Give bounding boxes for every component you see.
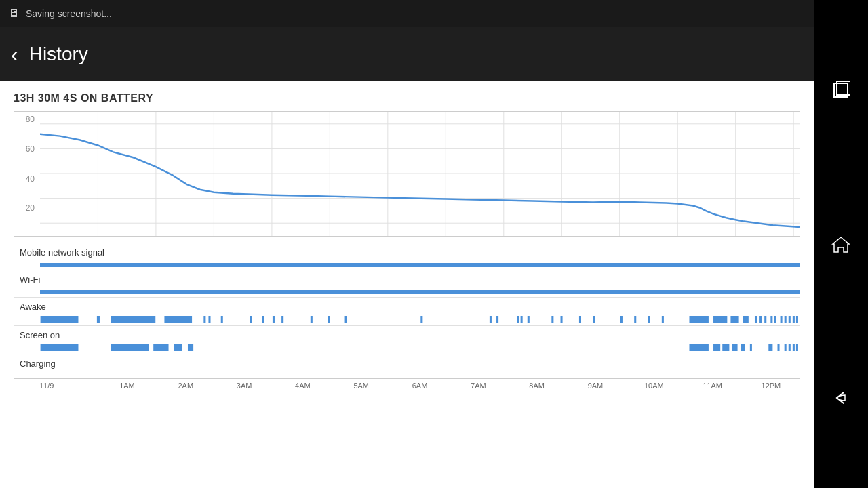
svg-rect-60 [793,316,795,323]
svg-rect-34 [420,316,422,323]
svg-rect-70 [732,344,737,351]
system-back-button[interactable] [827,384,854,411]
svg-rect-27 [250,316,252,323]
svg-rect-30 [281,316,283,323]
stat-bar-screen [14,343,800,351]
svg-rect-26 [221,316,223,323]
stat-bar-awake [14,314,800,323]
svg-rect-56 [774,316,776,323]
svg-rect-66 [188,344,193,351]
svg-rect-19 [40,290,800,294]
svg-rect-38 [521,316,523,323]
stat-row-screen: Screen on [14,326,800,354]
chart-inner [40,112,800,236]
svg-rect-48 [689,316,708,323]
svg-rect-43 [593,316,595,323]
y-label-60: 60 [14,144,37,154]
svg-rect-76 [789,344,791,351]
svg-rect-77 [793,344,795,351]
svg-rect-21 [97,316,100,323]
stat-row-charging: Charging [14,354,800,375]
y-label-20: 20 [14,203,37,213]
toolbar: ‹ History [0,27,814,81]
time-label-6: 5AM [332,382,391,390]
time-label-5: 4AM [273,382,332,390]
page-title: History [29,43,88,65]
right-sidebar [814,0,868,488]
svg-rect-67 [689,344,708,351]
svg-rect-73 [768,344,772,351]
stat-row-awake: Awake [14,298,800,326]
svg-rect-62 [41,344,79,351]
time-label-3: 2AM [157,382,215,390]
svg-rect-69 [722,344,729,351]
svg-rect-37 [517,316,519,323]
svg-rect-20 [41,316,79,323]
time-label-12: 11AM [683,382,741,390]
svg-rect-18 [40,263,800,267]
stat-label-mobile: Mobile network signal [14,243,800,260]
svg-rect-68 [713,344,720,351]
stat-row-mobile: Mobile network signal [14,243,800,270]
svg-rect-63 [111,344,149,351]
back-button[interactable]: ‹ [11,43,18,65]
svg-rect-64 [153,344,168,351]
time-label-2: 1AM [98,382,156,390]
svg-rect-47 [662,316,664,323]
stat-label-awake: Awake [14,298,800,314]
svg-rect-41 [561,316,563,323]
time-label-10: 9AM [566,382,625,390]
svg-rect-45 [634,316,636,323]
status-bar: 🖥 Saving screenshot... [0,0,814,27]
svg-rect-71 [741,344,745,351]
recents-button[interactable] [827,77,854,104]
svg-rect-53 [760,316,762,323]
svg-rect-49 [713,316,727,323]
time-label-1: 11/9 [39,382,98,390]
time-label-11: 10AM [625,382,683,390]
stats-area: Mobile network signal Wi-Fi Awake [14,243,800,379]
svg-rect-52 [755,316,757,323]
battery-chart: 80 60 40 20 [14,111,800,237]
svg-rect-39 [528,316,530,323]
svg-rect-42 [579,316,581,323]
y-label-40: 40 [14,174,37,184]
svg-rect-50 [730,316,738,323]
svg-rect-40 [551,316,553,323]
svg-rect-54 [764,316,766,323]
svg-rect-46 [648,316,650,323]
stat-bar-wifi [14,287,800,294]
status-bar-text: Saving screenshot... [26,8,112,19]
y-axis: 80 60 40 20 [14,112,40,236]
svg-rect-28 [262,316,264,323]
svg-rect-78 [796,344,798,351]
svg-rect-55 [770,316,772,323]
time-label-13: 12PM [742,382,800,390]
time-axis: 11/9 1AM 2AM 3AM 4AM 5AM 6AM 7AM 8AM 9AM… [14,382,800,390]
stat-row-wifi: Wi-Fi [14,270,800,298]
screenshot-icon: 🖥 [8,7,19,20]
svg-rect-36 [496,316,498,323]
svg-rect-35 [490,316,492,323]
stat-label-screen: Screen on [14,326,800,343]
time-label-7: 6AM [391,382,449,390]
home-button[interactable] [827,230,854,258]
stat-label-wifi: Wi-Fi [14,270,800,287]
svg-rect-33 [345,316,347,323]
time-label-4: 3AM [215,382,273,390]
svg-rect-75 [785,344,787,351]
battery-duration: 13H 30M 4S ON BATTERY [14,92,800,104]
svg-rect-32 [328,316,330,323]
stat-bar-charging [14,371,800,375]
svg-rect-72 [750,344,752,351]
svg-rect-57 [781,316,783,323]
svg-rect-74 [777,344,779,351]
svg-rect-51 [743,316,749,323]
svg-rect-25 [208,316,210,323]
svg-rect-59 [789,316,791,323]
svg-rect-22 [111,316,155,323]
svg-rect-44 [620,316,623,323]
time-label-9: 8AM [508,382,566,390]
stat-bar-mobile [14,260,800,267]
time-label-8: 7AM [449,382,507,390]
